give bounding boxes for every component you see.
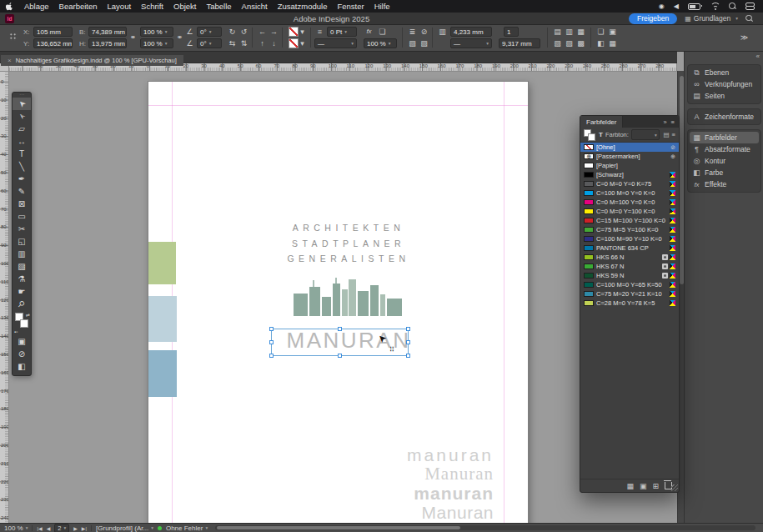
share-button[interactable]: Freigeben [629, 13, 677, 24]
align-center-button[interactable]: ▥ [564, 26, 575, 37]
reference-point-proxy[interactable] [9, 33, 18, 41]
align-right-button[interactable]: ▦ [575, 26, 586, 37]
default-fill-stroke-icon[interactable]: ▪▫ [14, 329, 18, 334]
swatch-c-0-m-0-y-0-k-75[interactable]: C=0 M=0 Y=0 K=75 [580, 179, 679, 188]
volume-icon[interactable]: ◀ [674, 3, 679, 10]
previous-spread-button[interactable]: ◀ [47, 525, 51, 531]
last-spread-button[interactable]: ▶| [82, 525, 87, 531]
fit-content-button[interactable]: ❏ [595, 26, 606, 37]
selection-handle-tc[interactable] [338, 327, 342, 331]
height-field[interactable]: 13,975 mm [88, 38, 127, 48]
swatch-view-icon[interactable]: ≡ [672, 131, 675, 138]
stroke-dropdown-icon[interactable]: ▾ [299, 38, 306, 48]
swatches-panel-header[interactable]: Farbfelder » ≡ [580, 116, 679, 128]
align-left-button[interactable]: ▤ [552, 26, 563, 37]
drop-shadow-button[interactable]: ❏ [377, 26, 388, 37]
document-page[interactable]: ARCHITEKTEN STADTPLANER GENERALISTEN MAN… [148, 82, 528, 523]
swatch-passermarken[interactable]: [Passermarken]⊕ [580, 152, 679, 161]
flip-horizontal-button[interactable]: ⇆ [227, 38, 238, 48]
dock-item-kontur[interactable]: ◎Kontur [688, 155, 760, 167]
swatch-c-28-m-0-y-78-k-5[interactable]: C=28 M=0 Y=78 K=5 [580, 299, 679, 308]
show-swatch-kinds-icon[interactable]: ▤ [664, 131, 670, 138]
distribute-right-button[interactable]: ▩ [575, 38, 586, 48]
page-tool[interactable]: ▱ [13, 123, 31, 135]
control-center-icon[interactable] [745, 3, 755, 10]
green-color-bar[interactable] [148, 242, 176, 284]
rotate-cw-button[interactable]: ↻ [227, 26, 238, 37]
wrap-none-button[interactable]: ≣ [407, 26, 418, 37]
selection-handle-bl[interactable] [269, 354, 274, 358]
dock-item-verkn-pfungen[interactable]: ∞Verknüpfungen [688, 78, 760, 90]
apple-menu[interactable] [0, 2, 19, 11]
gradient-tool[interactable]: ▥ [13, 248, 31, 260]
rectangle-frame-tool[interactable]: ⊠ [13, 198, 31, 210]
selection-handle-tr[interactable] [406, 327, 410, 331]
blue-color-bar[interactable] [148, 350, 177, 397]
rotate-ccw-button[interactable]: ↺ [238, 26, 249, 37]
wrap-jump-button[interactable]: ▨ [419, 38, 429, 48]
dock-item-seiten[interactable]: ▤Seiten [688, 90, 760, 102]
constrain-dimensions-icon[interactable]: ⚭ [128, 32, 138, 43]
wifi-icon[interactable] [710, 3, 720, 10]
column-count-field[interactable]: 1 [504, 27, 519, 37]
type-tool[interactable]: T [13, 148, 31, 160]
swatch-c-75-m-5-y-100-k-0[interactable]: C=75 M=5 Y=100 K=0 [580, 225, 679, 234]
direct-selection-tool[interactable]: ➣ [13, 110, 31, 123]
scale-x-field[interactable]: 100 %▾ [140, 27, 173, 37]
menu-item-ansicht[interactable]: Ansicht [237, 2, 273, 11]
first-spread-button[interactable]: |◀ [37, 525, 42, 531]
rotation-angle-field[interactable]: 0°▾ [197, 27, 222, 37]
gradient-feather-tool[interactable]: ▨ [13, 260, 31, 273]
stroke-color-swatch[interactable] [289, 38, 299, 48]
collapse-panel-icon[interactable]: » [663, 118, 666, 126]
swatch-hks-67-n[interactable]: HKS 67 N [580, 262, 679, 271]
swatches-panel-tab[interactable]: Farbfelder [580, 116, 623, 128]
headline-text[interactable]: ARCHITEKTEN STADTPLANER GENERALISTEN [272, 220, 425, 267]
menu-item-tabelle[interactable]: Tabelle [201, 2, 236, 11]
select-container-button[interactable]: ↑ [257, 38, 268, 48]
vertical-ruler[interactable]: 0102030405060708090100110120130140150160… [0, 71, 9, 523]
menu-item-layout[interactable]: Layout [103, 2, 137, 11]
wrap-bounding-box-button[interactable]: ⊘ [419, 26, 429, 37]
distribute-left-button[interactable]: ▧ [552, 38, 563, 48]
zoom-tool[interactable]: ⚲ [13, 298, 31, 310]
record-icon[interactable]: ◉ [659, 3, 665, 10]
gap-tool[interactable]: ↔ [13, 135, 31, 148]
expand-panels-icon[interactable]: « [756, 53, 760, 60]
swatch-hks-59-n[interactable]: HKS 59 N [580, 271, 679, 280]
swatch-c-100-m-0-y-65-k-50[interactable]: C=100 M=0 Y=65 K=50 [580, 280, 679, 289]
swatch-pantone-634-cp[interactable]: PANTONE 634 CP [580, 243, 679, 253]
frame-fitting-button[interactable]: ▦ [607, 38, 618, 48]
light-blue-color-bar[interactable] [148, 296, 177, 342]
next-spread-button[interactable]: ▶ [73, 525, 78, 531]
fill-dropdown-icon[interactable]: ▾ [299, 26, 306, 37]
selection-handle-bc[interactable] [338, 354, 342, 358]
preflight-profile-dropdown[interactable]: [Grundprofil] (Ar... ▾ [96, 524, 153, 532]
dock-item-effekte[interactable]: fxEffekte [688, 178, 760, 190]
width-field[interactable]: 74,389 mm [88, 27, 127, 37]
horizontal-scrollbar[interactable] [215, 525, 755, 530]
panel-fill-stroke-proxy[interactable] [584, 129, 596, 141]
swatch-papier[interactable]: [Papier] [580, 161, 679, 170]
select-next-object-button[interactable]: → [269, 26, 279, 37]
shear-angle-field[interactable]: 0°▾ [197, 38, 222, 48]
free-transform-tool[interactable]: ◱ [13, 235, 31, 248]
menu-item-schrift[interactable]: Schrift [136, 2, 168, 11]
swatch-hks-66-n[interactable]: HKS 66 N [580, 253, 679, 262]
dock-item-absatzformate[interactable]: ¶Absatzformate [688, 143, 760, 155]
stroke-weight-field[interactable]: 0 Pt▾ [327, 27, 357, 37]
menu-item-bearbeiten[interactable]: Bearbeiten [54, 2, 103, 11]
menu-item-fenster[interactable]: Fenster [332, 2, 369, 11]
page-number-field[interactable]: 2 ▾ [54, 524, 69, 532]
font-sample-line[interactable]: manuran [277, 484, 494, 503]
tint-field[interactable]: ▾ [631, 129, 660, 140]
swatch-c-75-m-20-y-21-k-10[interactable]: C=75 M=20 Y=21 K=10 [580, 289, 679, 299]
rectangle-tool[interactable]: ▭ [13, 210, 31, 223]
stroke-proxy-swatch[interactable] [20, 319, 28, 328]
document-tab[interactable]: × Nachhaltiges Grafikdesign.indd @ 100 %… [1, 55, 183, 66]
wrap-object-button[interactable]: ▧ [407, 38, 418, 48]
effects-button[interactable]: fx [364, 26, 374, 37]
fill-color-swatch[interactable] [289, 27, 299, 37]
font-sample-line[interactable]: Manuran [277, 503, 494, 522]
selection-tool[interactable]: ➤ [13, 98, 31, 110]
